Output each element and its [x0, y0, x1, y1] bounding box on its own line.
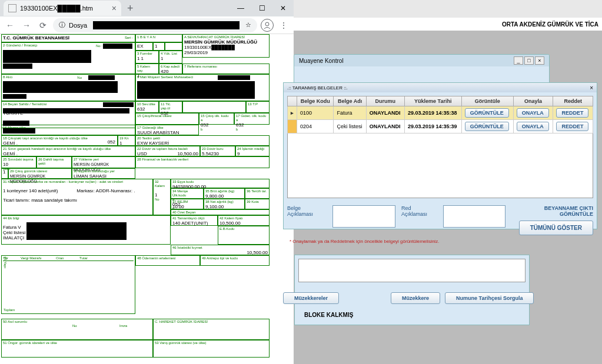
- cell-code: 0204: [297, 120, 334, 133]
- red-aciklama-label: Red Açıklaması: [401, 205, 437, 217]
- cell-name: Çeki listesi: [334, 120, 366, 133]
- print-link[interactable]: BEYANNAME ÇIKTI GÖRÜNTÜLE: [511, 205, 593, 217]
- maximize-button[interactable]: ☐: [251, 0, 272, 16]
- col-reject[interactable]: Reddet: [553, 96, 593, 106]
- approve-button[interactable]: ONAYLA: [517, 122, 549, 131]
- new-tab-button[interactable]: +: [121, 2, 139, 15]
- forward-button[interactable]: →: [20, 19, 33, 32]
- cell-upload: 29.03.2019 14:35:38: [404, 106, 461, 120]
- col-view[interactable]: Görüntüle: [461, 96, 513, 106]
- customs-declaration: T.C. GÜMRÜK BEYANNAMESİSeri : 1 B E Y A …: [0, 34, 271, 364]
- browser-tab[interactable]: 19330100EX█████.htm ×: [4, 1, 121, 16]
- cell-status: ONAYLANDI: [366, 120, 404, 133]
- close-icon[interactable]: ×: [112, 4, 117, 13]
- col-code[interactable]: Belge Kodu: [297, 96, 334, 106]
- page-icon: [8, 4, 16, 12]
- app-toolbar: [294, 0, 602, 18]
- col-status[interactable]: Durumu: [366, 96, 404, 106]
- show-all-button[interactable]: TÜMÜNÜ GÖSTER: [519, 221, 593, 235]
- numune-button[interactable]: Numune Tarihçesi Sorgula: [445, 292, 534, 304]
- reload-button[interactable]: ⟳: [36, 19, 49, 32]
- scanned-docs-table: Belge Kodu Belge Adı Durumu Yükleme Tari…: [287, 96, 593, 133]
- browser-chrome: 19330100EX█████.htm × + — ☐ ✕ ← → ⟳ ⓘ Do…: [0, 0, 294, 34]
- mk-titlebar[interactable]: Muayene Kontrol _ □ ×: [294, 55, 549, 66]
- mk-close[interactable]: ×: [535, 56, 544, 65]
- col-approve[interactable]: Onayla: [513, 96, 553, 106]
- svg-point-0: [265, 22, 269, 26]
- col-name[interactable]: Belge Adı: [334, 96, 366, 106]
- red-aciklama-input[interactable]: [443, 205, 506, 228]
- redacted-url: [93, 21, 240, 29]
- minimize-button[interactable]: —: [230, 0, 251, 16]
- doc-title: T.C. GÜMRÜK BEYANNAMESİ: [3, 35, 69, 41]
- belge-aciklama-label: Belge Açıklaması: [287, 205, 327, 217]
- url-field[interactable]: ⓘ Dosya ☆: [53, 18, 257, 32]
- approve-button[interactable]: ONAYLA: [517, 108, 549, 118]
- muzekkere-button[interactable]: Müzekkere: [391, 292, 440, 304]
- lower-button-bar: Müzekkereler Müzekkere Numune Tarihçesi …: [283, 292, 534, 304]
- view-button[interactable]: GÖRÜNTÜLE: [465, 108, 509, 118]
- reject-button[interactable]: REDDET: [556, 122, 588, 131]
- menu-icon[interactable]: ⋮: [277, 19, 290, 32]
- sd-close-icon[interactable]: ×: [590, 85, 593, 91]
- mk-maximize[interactable]: □: [524, 56, 534, 65]
- profile-icon[interactable]: [261, 19, 274, 32]
- row-marker: [288, 120, 297, 133]
- tab-title: 19330100EX█████.htm: [20, 5, 93, 12]
- mk-title-text: Muayene Kontrol: [299, 58, 344, 64]
- muzekkereler-button[interactable]: Müzekkereler: [283, 292, 339, 304]
- scanned-docs-window: .:: TARANMIŞ BELGELER ::. × Belge Kodu B…: [283, 82, 597, 229]
- cell-upload: 29.03.2019 14:35:39: [404, 120, 461, 133]
- cell-status: ONAYLANDI: [366, 106, 404, 120]
- reject-button[interactable]: REDDET: [556, 108, 588, 118]
- close-button[interactable]: ✕: [272, 0, 294, 16]
- app-title: ORTA AKDENİZ GÜMRÜK VE TİCA: [502, 21, 598, 28]
- tab-bar: 19330100EX█████.htm × + — ☐ ✕: [0, 0, 294, 16]
- hint-text: * Onaylamak ya da Reddetmek için öncelik…: [284, 239, 597, 244]
- address-bar: ← → ⟳ ⓘ Dosya ☆ ⋮: [0, 16, 294, 34]
- cell-name: Fatura: [334, 106, 366, 120]
- app-title-bar: ORTA AKDENİZ GÜMRÜK VE TİCA: [294, 18, 602, 31]
- info-icon[interactable]: ⓘ: [59, 21, 65, 29]
- status-text: BLOKE KALKMIŞ: [304, 312, 353, 318]
- sd-titlebar[interactable]: .:: TARANMIŞ BELGELER ::. ×: [284, 83, 597, 92]
- belge-aciklama-input[interactable]: [332, 205, 395, 228]
- back-button[interactable]: ←: [4, 19, 16, 32]
- sd-title-text: .:: TARANMIŞ BELGELER ::.: [287, 85, 348, 91]
- cell-code: 0100: [297, 106, 334, 120]
- col-upload[interactable]: Yükleme Tarihi: [404, 96, 461, 106]
- url-prefix: Dosya: [69, 22, 87, 29]
- row-marker: ▸: [288, 106, 297, 120]
- mk-minimize[interactable]: _: [514, 56, 523, 65]
- window-controls: — ☐ ✕: [230, 0, 294, 16]
- view-button[interactable]: GÖRÜNTÜLE: [465, 122, 509, 131]
- table-row[interactable]: ▸0100FaturaONAYLANDI29.03.2019 14:35:38G…: [288, 106, 593, 120]
- star-icon[interactable]: ☆: [245, 21, 251, 29]
- table-row[interactable]: 0204Çeki listesiONAYLANDI29.03.2019 14:3…: [288, 120, 593, 133]
